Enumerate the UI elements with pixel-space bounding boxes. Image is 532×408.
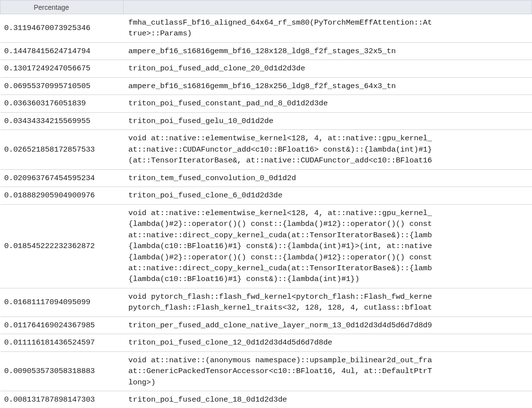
table-row: 0.31194670073925346fmha_cutlassF_bf16_al… xyxy=(0,14,532,43)
cell-name[interactable]: triton_poi_fused_constant_pad_nd_8_0d1d2… xyxy=(124,95,532,112)
table-row: 0.03434334215569955triton_poi_fused_gelu… xyxy=(0,112,532,129)
cell-name[interactable]: triton_poi_fused_clone_12_0d1d2d3d4d5d6d… xyxy=(124,334,532,351)
table-row: 0.011116181436524597triton_poi_fused_clo… xyxy=(0,334,532,351)
cell-percentage[interactable]: 0.06955370995710505 xyxy=(0,77,124,94)
cell-percentage[interactable]: 0.03434334215569955 xyxy=(0,112,124,129)
table-row: 0.008131787898147303triton_poi_fused_clo… xyxy=(0,391,532,408)
table-row: 0.026521858172857533void at::native::ele… xyxy=(0,130,532,169)
header-row: Percentage xyxy=(0,0,532,14)
cell-name[interactable]: void pytorch_flash::flash_fwd_kernel<pyt… xyxy=(124,288,532,316)
table-row: 0.018545222232362872void at::native::ele… xyxy=(0,204,532,288)
table-row: 0.13017249247056675triton_poi_fused_add_… xyxy=(0,60,532,77)
cell-percentage[interactable]: 0.0363603176051839 xyxy=(0,95,124,112)
table-row: 0.020963767454595234triton_tem_fused_con… xyxy=(0,169,532,187)
cell-percentage[interactable]: 0.011764169024367985 xyxy=(0,316,124,334)
cell-percentage[interactable]: 0.018882905904900976 xyxy=(0,187,124,204)
table-row: 0.0363603176051839triton_poi_fused_const… xyxy=(0,95,532,112)
cell-name[interactable]: triton_per_fused_add_clone_native_layer_… xyxy=(124,316,532,334)
table-row: 0.06955370995710505ampere_bf16_s16816gem… xyxy=(0,77,532,94)
table-row: 0.009053573058318883void at::native::(an… xyxy=(0,351,532,391)
cell-percentage[interactable]: 0.020963767454595234 xyxy=(0,169,124,187)
table-row: 0.018882905904900976triton_poi_fused_clo… xyxy=(0,187,532,204)
cell-name[interactable]: fmha_cutlassF_bf16_aligned_64x64_rf_sm80… xyxy=(124,14,532,43)
cell-percentage[interactable]: 0.008131787898147303 xyxy=(0,391,124,408)
cell-percentage[interactable]: 0.026521858172857533 xyxy=(0,130,124,169)
cell-name[interactable]: ampere_bf16_s16816gemm_bf16_128x128_ldg8… xyxy=(124,42,532,60)
cell-name[interactable]: triton_poi_fused_clone_6_0d1d2d3de xyxy=(124,187,532,204)
cell-name[interactable]: ampere_bf16_s16816gemm_bf16_128x256_ldg8… xyxy=(124,77,532,94)
cell-name[interactable]: void at::native::(anonymous namespace)::… xyxy=(124,351,532,391)
profile-table: Percentage 0.31194670073925346fmha_cutla… xyxy=(0,0,532,408)
table-row: 0.01681117094095099void pytorch_flash::f… xyxy=(0,288,532,316)
cell-name[interactable]: triton_tem_fused_convolution_0_0d1d2d xyxy=(124,169,532,187)
cell-percentage[interactable]: 0.31194670073925346 xyxy=(0,14,124,43)
cell-percentage[interactable]: 0.13017249247056675 xyxy=(0,60,124,77)
cell-percentage[interactable]: 0.011116181436524597 xyxy=(0,334,124,351)
cell-percentage[interactable]: 0.009053573058318883 xyxy=(0,351,124,391)
cell-name[interactable]: triton_poi_fused_gelu_10_0d1d2de xyxy=(124,112,532,129)
cell-name[interactable]: triton_poi_fused_add_clone_20_0d1d2d3de xyxy=(124,60,532,77)
cell-percentage[interactable]: 0.018545222232362872 xyxy=(0,204,124,288)
header-name[interactable] xyxy=(124,0,532,14)
cell-percentage[interactable]: 0.14478415624714794 xyxy=(0,42,124,60)
cell-name[interactable]: triton_poi_fused_clone_18_0d1d2d3de xyxy=(124,391,532,408)
cell-name[interactable]: void at::native::elementwise_kernel<128,… xyxy=(124,204,532,288)
table-row: 0.011764169024367985triton_per_fused_add… xyxy=(0,316,532,334)
cell-percentage[interactable]: 0.01681117094095099 xyxy=(0,288,124,316)
table-row: 0.14478415624714794ampere_bf16_s16816gem… xyxy=(0,42,532,60)
header-percentage[interactable]: Percentage xyxy=(0,0,124,14)
cell-name[interactable]: void at::native::elementwise_kernel<128,… xyxy=(124,130,532,169)
